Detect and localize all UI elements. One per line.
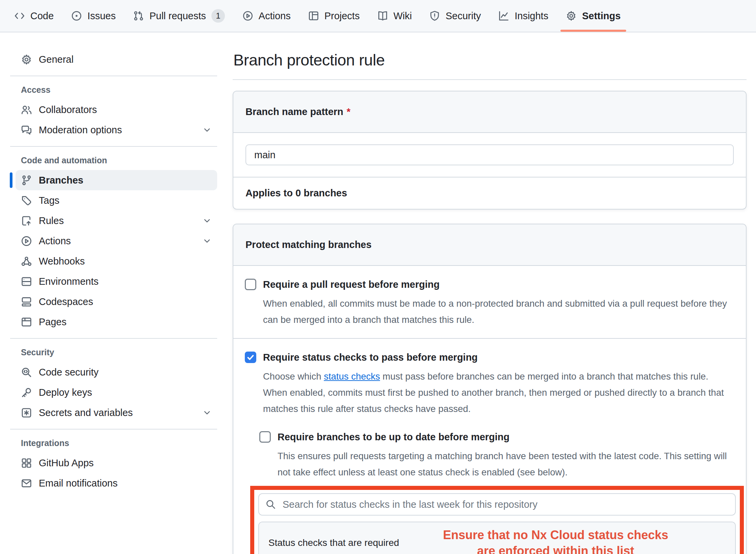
tab-label: Security: [445, 10, 481, 22]
rule-require-pull-request: Require a pull request before merging Wh…: [233, 266, 746, 339]
page-title: Branch protection rule: [233, 51, 747, 69]
branch-name-pattern-label: Branch name pattern: [245, 106, 343, 117]
rule-description: Choose which status checks must pass bef…: [263, 368, 734, 417]
require-pull-request-checkbox[interactable]: [245, 279, 256, 290]
branch-name-pattern-input[interactable]: [245, 144, 734, 165]
rule-title: Require branches to be up to date before…: [278, 431, 734, 443]
rule-title: Require a pull request before merging: [263, 278, 734, 291]
tab-label: Insights: [515, 10, 548, 22]
tag-icon: [21, 195, 32, 206]
chevron-down-icon: [202, 216, 212, 225]
graph-icon: [498, 10, 509, 21]
sidebar-item-moderation-options[interactable]: Moderation options: [16, 120, 217, 140]
sidebar-item-label: Deploy keys: [39, 387, 92, 398]
sidebar-item-label: Rules: [39, 215, 64, 226]
search-icon: [266, 499, 276, 509]
sidebar-section-code-automation: Code and automation: [21, 156, 217, 165]
tab-settings[interactable]: Settings: [557, 0, 629, 32]
tab-issues[interactable]: Issues: [62, 0, 124, 32]
asterisk-box-icon: [21, 407, 32, 418]
book-icon: [377, 10, 388, 21]
webhook-icon: [21, 256, 32, 267]
comment-discussion-icon: [21, 124, 32, 136]
status-check-search-input[interactable]: [282, 499, 728, 510]
sidebar-item-pages[interactable]: Pages: [16, 312, 217, 332]
sidebar-item-branches[interactable]: Branches: [16, 170, 217, 190]
sidebar-item-environments[interactable]: Environments: [16, 271, 217, 292]
code-icon: [14, 10, 25, 21]
mail-icon: [21, 478, 32, 489]
divider: [10, 338, 217, 339]
sidebar-item-general[interactable]: General: [16, 49, 217, 70]
sidebar-item-label: Webhooks: [39, 256, 85, 267]
gear-icon: [566, 10, 577, 21]
sidebar-item-label: Branches: [39, 175, 83, 186]
browser-icon: [21, 316, 32, 328]
sidebar-item-label: Collaborators: [39, 104, 97, 115]
tab-insights[interactable]: Insights: [490, 0, 557, 32]
sidebar-item-actions[interactable]: Actions: [16, 231, 217, 251]
chevron-down-icon: [202, 125, 212, 135]
protect-matching-branches-header: Protect matching branches: [233, 224, 746, 266]
required-status-checks-list: Status checks that are required Ensure t…: [258, 522, 736, 554]
sidebar-section-security: Security: [21, 348, 217, 357]
tab-wiki[interactable]: Wiki: [369, 0, 421, 32]
play-icon: [242, 10, 253, 21]
server-icon: [21, 276, 32, 287]
sidebar-item-tags[interactable]: Tags: [16, 190, 217, 211]
chevron-down-icon: [202, 408, 212, 417]
divider: [233, 79, 747, 80]
tab-actions[interactable]: Actions: [234, 0, 299, 32]
sidebar-item-codespaces[interactable]: Codespaces: [16, 292, 217, 312]
people-icon: [21, 104, 32, 115]
require-up-to-date-checkbox[interactable]: [259, 431, 271, 443]
require-status-checks-checkbox[interactable]: [245, 352, 256, 363]
sidebar-item-deploy-keys[interactable]: Deploy keys: [16, 382, 217, 403]
status-check-search[interactable]: [258, 493, 736, 516]
sidebar-section-integrations: Integrations: [21, 438, 217, 448]
tab-security[interactable]: Security: [420, 0, 490, 32]
sidebar-item-label: Moderation options: [39, 124, 122, 136]
sidebar-item-label: Secrets and variables: [39, 407, 133, 418]
sidebar-item-label: Actions: [39, 236, 71, 247]
git-pull-request-icon: [133, 10, 144, 21]
tab-code[interactable]: Code: [5, 0, 62, 32]
sidebar-item-label: GitHub Apps: [39, 458, 94, 469]
annotation-highlight-box: Status checks that are required Ensure t…: [250, 486, 744, 554]
required-asterisk: *: [347, 106, 350, 117]
sidebar-item-rules[interactable]: Rules: [16, 211, 217, 231]
code-security-icon: [21, 367, 32, 378]
status-checks-list-header: Status checks that are required: [268, 537, 399, 548]
rule-title: Require status checks to pass before mer…: [263, 351, 734, 364]
sidebar-item-secrets-variables[interactable]: Secrets and variables: [16, 403, 217, 423]
annotation-text: Ensure that no Nx Cloud status checks ar…: [399, 527, 726, 554]
repo-tab-bar: Code Issues Pull requests 1 Actions Pr: [0, 0, 756, 32]
sidebar-item-code-security[interactable]: Code security: [16, 362, 217, 382]
sidebar-item-email-notifications[interactable]: Email notifications: [16, 473, 217, 493]
tab-label: Issues: [87, 10, 116, 22]
apps-grid-icon: [21, 458, 32, 469]
tab-pull-requests[interactable]: Pull requests 1: [124, 0, 234, 32]
sidebar-item-label: Code security: [39, 367, 98, 378]
status-checks-link[interactable]: status checks: [324, 371, 380, 382]
sidebar-item-webhooks[interactable]: Webhooks: [16, 251, 217, 271]
main-content: Branch protection rule Branch name patte…: [222, 32, 756, 554]
tab-projects[interactable]: Projects: [299, 0, 369, 32]
sidebar-item-label: Environments: [39, 276, 98, 287]
tab-label: Pull requests: [149, 10, 206, 22]
branch-name-pattern-header: Branch name pattern*: [233, 91, 746, 133]
gear-icon: [21, 54, 32, 65]
description-text: Choose which: [263, 371, 324, 382]
codespaces-icon: [21, 296, 32, 307]
github-settings-page: Code Issues Pull requests 1 Actions Pr: [0, 0, 756, 554]
tab-label: Settings: [582, 10, 620, 22]
sidebar-item-collaborators[interactable]: Collaborators: [16, 100, 217, 120]
annotation-line-2: are enforced within this list: [477, 544, 634, 554]
divider: [10, 429, 217, 430]
sidebar-item-label: Pages: [39, 316, 66, 328]
table-icon: [308, 10, 319, 21]
key-icon: [21, 387, 32, 398]
sidebar-item-github-apps[interactable]: GitHub Apps: [16, 453, 217, 473]
git-branch-icon: [21, 175, 32, 186]
tab-label: Wiki: [394, 10, 412, 22]
